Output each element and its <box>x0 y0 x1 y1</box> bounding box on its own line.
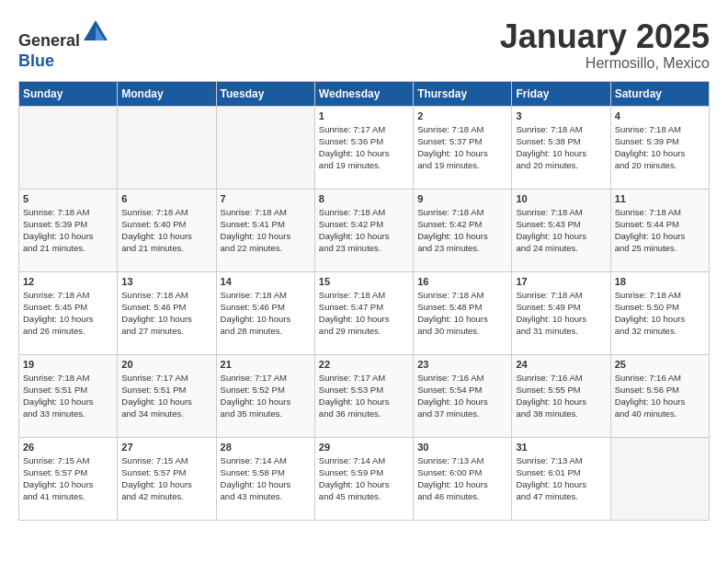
calendar-table: SundayMondayTuesdayWednesdayThursdayFrid… <box>18 81 710 521</box>
calendar-header-row: SundayMondayTuesdayWednesdayThursdayFrid… <box>19 81 710 106</box>
title-block: January 2025 Hermosillo, Mexico <box>500 18 710 72</box>
calendar-cell: 5Sunrise: 7:18 AM Sunset: 5:39 PM Daylig… <box>19 189 118 271</box>
day-number: 17 <box>516 276 606 287</box>
day-number: 12 <box>23 276 113 287</box>
day-number: 8 <box>319 193 409 204</box>
day-info: Sunrise: 7:17 AM Sunset: 5:52 PM Dayligh… <box>221 372 311 420</box>
day-number: 18 <box>615 276 705 287</box>
day-info: Sunrise: 7:17 AM Sunset: 5:36 PM Dayligh… <box>319 123 409 172</box>
day-number: 25 <box>615 359 705 370</box>
page-header: General Blue January 2025 Hermosillo, Me… <box>18 18 710 72</box>
calendar-cell: 19Sunrise: 7:18 AM Sunset: 5:51 PM Dayli… <box>19 354 118 437</box>
day-info: Sunrise: 7:18 AM Sunset: 5:48 PM Dayligh… <box>417 289 507 338</box>
calendar-cell: 31Sunrise: 7:13 AM Sunset: 6:01 PM Dayli… <box>512 437 610 520</box>
calendar-cell: 21Sunrise: 7:17 AM Sunset: 5:52 PM Dayli… <box>216 354 314 437</box>
day-info: Sunrise: 7:18 AM Sunset: 5:44 PM Dayligh… <box>615 206 705 255</box>
calendar-cell: 30Sunrise: 7:13 AM Sunset: 6:00 PM Dayli… <box>414 437 512 520</box>
day-info: Sunrise: 7:18 AM Sunset: 5:43 PM Dayligh… <box>516 206 606 255</box>
day-number: 31 <box>516 442 606 453</box>
weekday-header: Tuesday <box>216 81 314 106</box>
calendar-cell: 14Sunrise: 7:18 AM Sunset: 5:46 PM Dayli… <box>216 271 314 354</box>
day-info: Sunrise: 7:18 AM Sunset: 5:50 PM Dayligh… <box>615 289 705 338</box>
calendar-cell <box>118 106 216 189</box>
day-info: Sunrise: 7:18 AM Sunset: 5:49 PM Dayligh… <box>516 289 606 338</box>
weekday-header: Monday <box>118 81 216 106</box>
calendar-cell: 6Sunrise: 7:18 AM Sunset: 5:40 PM Daylig… <box>118 189 216 271</box>
day-number: 1 <box>319 110 409 121</box>
day-info: Sunrise: 7:18 AM Sunset: 5:47 PM Dayligh… <box>319 289 409 338</box>
calendar-cell: 7Sunrise: 7:18 AM Sunset: 5:41 PM Daylig… <box>216 189 314 271</box>
day-number: 14 <box>221 276 311 287</box>
day-info: Sunrise: 7:14 AM Sunset: 5:59 PM Dayligh… <box>319 454 409 503</box>
calendar-cell <box>610 437 709 520</box>
weekday-header: Saturday <box>610 81 709 106</box>
calendar-week-row: 1Sunrise: 7:17 AM Sunset: 5:36 PM Daylig… <box>19 106 710 189</box>
weekday-header: Friday <box>512 81 610 106</box>
day-number: 16 <box>417 276 507 287</box>
calendar-cell: 27Sunrise: 7:15 AM Sunset: 5:57 PM Dayli… <box>118 437 216 520</box>
day-info: Sunrise: 7:17 AM Sunset: 5:53 PM Dayligh… <box>319 372 409 420</box>
day-info: Sunrise: 7:18 AM Sunset: 5:51 PM Dayligh… <box>23 372 113 420</box>
weekday-header: Sunday <box>19 81 118 106</box>
day-number: 5 <box>23 193 113 204</box>
day-info: Sunrise: 7:15 AM Sunset: 5:57 PM Dayligh… <box>23 454 113 503</box>
calendar-week-row: 19Sunrise: 7:18 AM Sunset: 5:51 PM Dayli… <box>19 354 710 437</box>
calendar-cell: 8Sunrise: 7:18 AM Sunset: 5:42 PM Daylig… <box>314 189 413 271</box>
weekday-header: Thursday <box>414 81 512 106</box>
calendar-cell <box>19 106 118 189</box>
calendar-cell: 22Sunrise: 7:17 AM Sunset: 5:53 PM Dayli… <box>314 354 413 437</box>
day-number: 9 <box>417 193 507 204</box>
day-number: 30 <box>417 442 507 453</box>
calendar-cell: 12Sunrise: 7:18 AM Sunset: 5:45 PM Dayli… <box>19 271 118 354</box>
day-info: Sunrise: 7:18 AM Sunset: 5:37 PM Dayligh… <box>417 123 507 172</box>
day-number: 27 <box>121 442 211 453</box>
day-info: Sunrise: 7:18 AM Sunset: 5:45 PM Dayligh… <box>23 289 113 338</box>
calendar-cell: 3Sunrise: 7:18 AM Sunset: 5:38 PM Daylig… <box>512 106 610 189</box>
day-info: Sunrise: 7:16 AM Sunset: 5:54 PM Dayligh… <box>417 372 507 420</box>
day-info: Sunrise: 7:16 AM Sunset: 5:55 PM Dayligh… <box>516 372 606 420</box>
day-number: 3 <box>516 110 606 121</box>
day-number: 7 <box>221 193 311 204</box>
logo-blue: Blue <box>18 52 54 70</box>
month-year: January 2025 <box>500 18 710 55</box>
day-info: Sunrise: 7:18 AM Sunset: 5:41 PM Dayligh… <box>221 206 311 255</box>
logo: General Blue <box>18 18 109 71</box>
day-number: 10 <box>516 193 606 204</box>
day-info: Sunrise: 7:13 AM Sunset: 6:01 PM Dayligh… <box>516 454 606 503</box>
calendar-week-row: 26Sunrise: 7:15 AM Sunset: 5:57 PM Dayli… <box>19 437 710 520</box>
calendar-week-row: 5Sunrise: 7:18 AM Sunset: 5:39 PM Daylig… <box>19 189 710 271</box>
day-number: 15 <box>319 276 409 287</box>
day-info: Sunrise: 7:13 AM Sunset: 6:00 PM Dayligh… <box>417 454 507 503</box>
location: Hermosillo, Mexico <box>500 55 710 72</box>
calendar-cell: 10Sunrise: 7:18 AM Sunset: 5:43 PM Dayli… <box>512 189 610 271</box>
day-number: 11 <box>615 193 705 204</box>
calendar-body: 1Sunrise: 7:17 AM Sunset: 5:36 PM Daylig… <box>19 106 710 520</box>
day-number: 21 <box>221 359 311 370</box>
day-number: 22 <box>319 359 409 370</box>
day-number: 19 <box>23 359 113 370</box>
calendar-cell: 18Sunrise: 7:18 AM Sunset: 5:50 PM Dayli… <box>610 271 709 354</box>
logo-general: General <box>18 31 80 50</box>
day-info: Sunrise: 7:15 AM Sunset: 5:57 PM Dayligh… <box>121 454 211 503</box>
day-info: Sunrise: 7:16 AM Sunset: 5:56 PM Dayligh… <box>615 372 705 420</box>
calendar-cell: 16Sunrise: 7:18 AM Sunset: 5:48 PM Dayli… <box>414 271 512 354</box>
day-number: 6 <box>121 193 211 204</box>
day-info: Sunrise: 7:18 AM Sunset: 5:46 PM Dayligh… <box>221 289 311 338</box>
day-number: 2 <box>417 110 507 121</box>
calendar-cell: 24Sunrise: 7:16 AM Sunset: 5:55 PM Dayli… <box>512 354 610 437</box>
day-info: Sunrise: 7:18 AM Sunset: 5:38 PM Dayligh… <box>516 123 606 172</box>
day-number: 20 <box>121 359 211 370</box>
calendar-cell: 28Sunrise: 7:14 AM Sunset: 5:58 PM Dayli… <box>216 437 314 520</box>
calendar-cell: 23Sunrise: 7:16 AM Sunset: 5:54 PM Dayli… <box>414 354 512 437</box>
day-info: Sunrise: 7:18 AM Sunset: 5:46 PM Dayligh… <box>121 289 211 338</box>
calendar-cell: 26Sunrise: 7:15 AM Sunset: 5:57 PM Dayli… <box>19 437 118 520</box>
day-number: 26 <box>23 442 113 453</box>
day-number: 13 <box>121 276 211 287</box>
calendar-cell: 4Sunrise: 7:18 AM Sunset: 5:39 PM Daylig… <box>610 106 709 189</box>
calendar-cell: 25Sunrise: 7:16 AM Sunset: 5:56 PM Dayli… <box>610 354 709 437</box>
calendar-week-row: 12Sunrise: 7:18 AM Sunset: 5:45 PM Dayli… <box>19 271 710 354</box>
day-info: Sunrise: 7:18 AM Sunset: 5:42 PM Dayligh… <box>417 206 507 255</box>
calendar-cell: 20Sunrise: 7:17 AM Sunset: 5:51 PM Dayli… <box>118 354 216 437</box>
day-info: Sunrise: 7:18 AM Sunset: 5:39 PM Dayligh… <box>23 206 113 255</box>
calendar-cell: 9Sunrise: 7:18 AM Sunset: 5:42 PM Daylig… <box>414 189 512 271</box>
